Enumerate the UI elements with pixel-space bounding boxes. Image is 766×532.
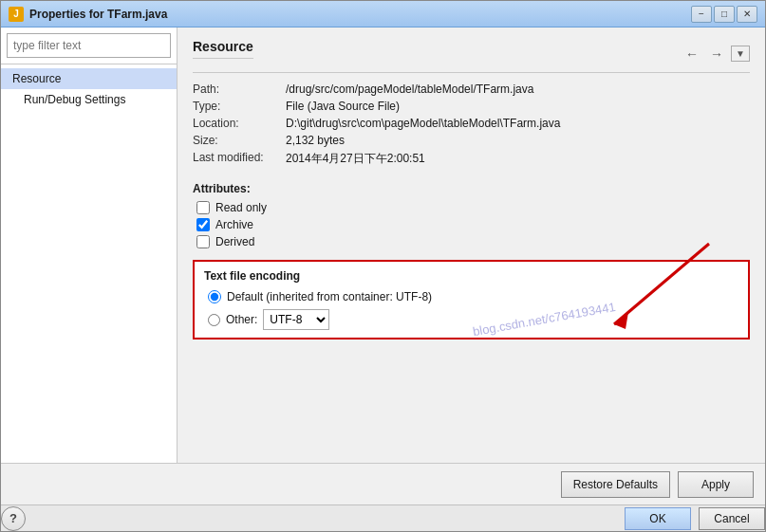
size-value: 2,132 bytes: [286, 134, 750, 147]
properties-table: Path: /drug/src/com/pageModel/tableModel…: [193, 83, 750, 167]
lastmod-label: Last modified:: [193, 151, 278, 167]
tree-items: Resource Run/Debug Settings: [1, 64, 177, 114]
size-label: Size:: [193, 134, 278, 147]
type-label: Type:: [193, 100, 278, 113]
restore-defaults-button[interactable]: Restore Defaults: [561, 471, 670, 498]
help-button[interactable]: ?: [1, 506, 26, 531]
archive-row: Archive: [193, 218, 750, 231]
default-encoding-row: Default (inherited from container: UTF-8…: [204, 290, 738, 303]
archive-checkbox[interactable]: [196, 218, 210, 231]
title-bar: J Properties for TFarm.java − □ ✕: [1, 1, 765, 28]
minimize-button[interactable]: −: [691, 6, 712, 23]
encoding-select[interactable]: UTF-8 UTF-16 ISO-8859-1 US-ASCII: [263, 309, 329, 330]
dialog-body: Resource Run/Debug Settings Resource ← →…: [1, 28, 765, 463]
panel-title: Resource: [193, 39, 253, 59]
path-value: /drug/src/com/pageModel/tableModel/TFarm…: [286, 83, 750, 96]
dialog-window: J Properties for TFarm.java − □ ✕ Resour…: [0, 0, 766, 532]
default-encoding-label: Default (inherited from container: UTF-8…: [227, 290, 432, 303]
tree-item-run-debug[interactable]: Run/Debug Settings: [1, 89, 177, 110]
other-encoding-row: Other: UTF-8 UTF-16 ISO-8859-1 US-ASCII: [204, 309, 738, 330]
close-button[interactable]: ✕: [737, 6, 757, 23]
readonly-checkbox[interactable]: [196, 201, 210, 214]
right-panel: Resource ← → ▼ Path: /drug/src/com/pageM…: [177, 28, 765, 463]
dialog-footer: Restore Defaults Apply: [1, 463, 765, 504]
title-controls: − □ ✕: [691, 6, 757, 23]
lastmod-value: 2014年4月27日下午2:00:51: [286, 151, 750, 167]
left-panel: Resource Run/Debug Settings: [1, 28, 177, 463]
location-label: Location:: [193, 117, 278, 130]
apply-button[interactable]: Apply: [678, 471, 754, 498]
attributes-section-label: Attributes:: [193, 182, 750, 195]
encoding-title: Text file encoding: [204, 269, 738, 283]
window-title: Properties for TFarm.java: [29, 8, 685, 21]
derived-checkbox[interactable]: [196, 235, 210, 248]
default-encoding-radio[interactable]: [208, 290, 221, 303]
filter-wrapper: [1, 28, 177, 64]
nav-dropdown-button[interactable]: ▼: [731, 46, 750, 62]
window-icon: J: [9, 7, 24, 22]
other-encoding-radio[interactable]: [208, 314, 220, 326]
derived-label: Derived: [215, 235, 254, 248]
dialog-bottom-bar: ? OK Cancel: [1, 504, 765, 531]
type-value: File (Java Source File): [286, 100, 750, 113]
maximize-button[interactable]: □: [714, 6, 735, 23]
readonly-label: Read only: [215, 201, 267, 214]
nav-forward-button[interactable]: →: [706, 45, 727, 64]
right-panel-wrapper: Resource ← → ▼ Path: /drug/src/com/pageM…: [177, 28, 765, 463]
archive-label: Archive: [215, 218, 253, 231]
nav-back-button[interactable]: ←: [682, 45, 702, 64]
encoding-section: Text file encoding Default (inherited fr…: [193, 260, 750, 339]
nav-buttons: ← → ▼: [682, 45, 750, 64]
tree-item-resource[interactable]: Resource: [1, 68, 177, 89]
location-value: D:\git\drug\src\com\pageModel\tableModel…: [286, 117, 750, 130]
other-encoding-label: Other:: [226, 313, 257, 326]
filter-input[interactable]: [7, 33, 171, 58]
ok-button[interactable]: OK: [625, 507, 691, 530]
cancel-button[interactable]: Cancel: [699, 507, 765, 530]
derived-row: Derived: [193, 235, 750, 248]
path-label: Path:: [193, 83, 278, 96]
readonly-row: Read only: [193, 201, 750, 214]
panel-header: Resource ← → ▼: [193, 39, 750, 73]
